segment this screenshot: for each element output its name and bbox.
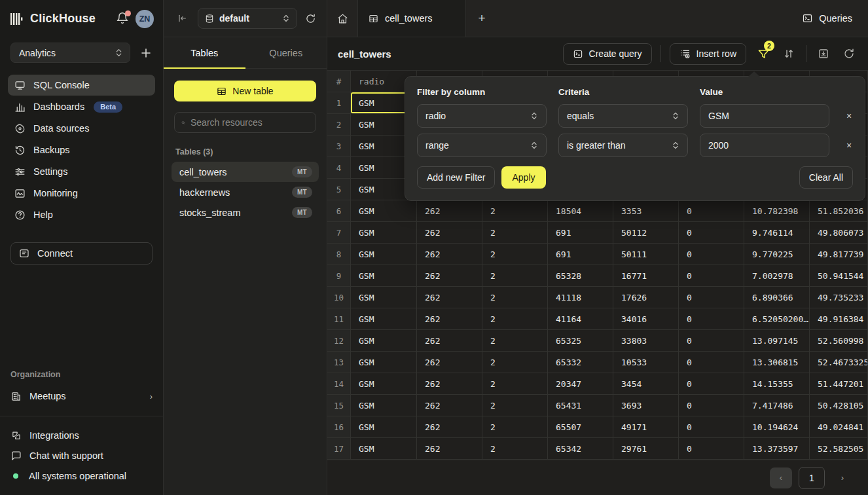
tab-tables[interactable]: Tables <box>164 37 245 68</box>
table-cell[interactable]: GSM <box>351 373 417 395</box>
table-cell[interactable]: 2 <box>482 222 548 244</box>
filter-column-select-1[interactable]: radio <box>417 104 547 128</box>
table-cell[interactable]: 262 <box>417 438 482 460</box>
table-cell[interactable]: 262 <box>417 330 482 352</box>
table-cell[interactable]: GSM <box>351 308 417 330</box>
table-cell[interactable]: 7.002978 <box>744 265 810 287</box>
table-cell[interactable]: 262 <box>417 352 482 373</box>
table-cell[interactable]: 2 <box>482 200 548 222</box>
table-cell[interactable]: GSM <box>351 244 417 265</box>
add-new-filter-button[interactable]: Add new Filter <box>417 166 495 189</box>
sort-button[interactable] <box>780 45 797 62</box>
table-cell[interactable]: 262 <box>417 200 482 222</box>
table-cell[interactable]: 9.746114 <box>744 222 810 244</box>
previous-page-button[interactable]: ‹ <box>770 468 792 488</box>
table-cell[interactable]: 0 <box>679 373 744 395</box>
table-cell[interactable]: 17626 <box>613 287 679 308</box>
database-selector[interactable]: default <box>198 8 297 29</box>
collapse-panel-button[interactable] <box>175 12 189 25</box>
table-cell[interactable]: 3454 <box>613 373 679 395</box>
tab-queries[interactable]: Queries <box>245 37 327 68</box>
table-cell[interactable]: GSM <box>351 222 417 244</box>
table-cell[interactable]: 3693 <box>613 395 679 416</box>
sidebar-item-data-sources[interactable]: Data sources <box>8 118 155 139</box>
table-cell[interactable]: 13.306815 <box>744 352 810 373</box>
clickhouse-logo[interactable]: ClickHouse <box>10 12 111 26</box>
table-cell[interactable]: 65431 <box>548 395 613 416</box>
system-status-item[interactable]: All systems operational <box>10 469 153 483</box>
table-cell[interactable]: 2 <box>482 265 548 287</box>
table-cell[interactable]: 0 <box>679 222 744 244</box>
download-button[interactable] <box>815 45 832 62</box>
table-cell[interactable]: 691 <box>548 244 613 265</box>
table-cell[interactable]: 10.194624 <box>744 416 810 438</box>
table-cell[interactable]: 0 <box>679 265 744 287</box>
table-cell[interactable]: 13.097145 <box>744 330 810 352</box>
table-cell[interactable]: 3353 <box>613 200 679 222</box>
table-cell[interactable]: 2 <box>482 373 548 395</box>
table-cell[interactable]: 49.916384 <box>810 308 868 330</box>
table-cell[interactable]: 2 <box>482 308 548 330</box>
filter-column-select-2[interactable]: range <box>417 134 547 157</box>
add-workspace-button[interactable] <box>139 46 153 60</box>
sidebar-item-monitoring[interactable]: Monitoring <box>8 183 155 204</box>
sidebar-item-integrations[interactable]: Integrations <box>10 428 153 443</box>
table-cell[interactable]: GSM <box>351 265 417 287</box>
table-cell[interactable]: 0 <box>679 330 744 352</box>
apply-filter-button[interactable]: Apply <box>501 166 545 189</box>
table-cell[interactable]: 49.024841 <box>810 416 868 438</box>
table-cell[interactable]: 6.890366 <box>744 287 810 308</box>
table-cell[interactable]: 262 <box>417 416 482 438</box>
refresh-table-button[interactable] <box>841 45 858 62</box>
table-cell[interactable]: GSM <box>351 287 417 308</box>
filter-value-input-1[interactable] <box>708 111 821 121</box>
table-cell[interactable]: 41164 <box>548 308 613 330</box>
table-cell[interactable]: 2 <box>482 330 548 352</box>
home-tab[interactable] <box>327 0 358 37</box>
table-cell[interactable]: 50112 <box>613 222 679 244</box>
table-cell[interactable]: 16771 <box>613 265 679 287</box>
table-cell[interactable]: 0 <box>679 438 744 460</box>
table-cell[interactable]: 2 <box>482 416 548 438</box>
filter-criteria-select-1[interactable]: equals <box>558 104 688 128</box>
table-cell[interactable]: 49171 <box>613 416 679 438</box>
table-cell[interactable]: 2 <box>482 438 548 460</box>
table-cell[interactable]: 29761 <box>613 438 679 460</box>
clear-all-filters-button[interactable]: Clear All <box>799 166 853 189</box>
sidebar-item-help[interactable]: Help <box>8 204 155 225</box>
table-cell[interactable]: GSM <box>351 416 417 438</box>
table-cell[interactable]: 49.735233 <box>810 287 868 308</box>
table-cell[interactable]: 0 <box>679 308 744 330</box>
filter-criteria-select-2[interactable]: is greater than <box>558 134 688 157</box>
tab-cell-towers[interactable]: cell_towers <box>358 0 466 37</box>
table-cell[interactable]: 0 <box>679 287 744 308</box>
table-cell[interactable]: 52.560998 <box>810 330 868 352</box>
table-cell[interactable]: 6.52050200… <box>744 308 810 330</box>
new-tab-button[interactable]: + <box>466 0 497 37</box>
table-cell[interactable]: 262 <box>417 244 482 265</box>
table-cell[interactable]: 0 <box>679 416 744 438</box>
table-cell[interactable]: 51.447201 <box>810 373 868 395</box>
table-cell[interactable]: GSM <box>351 330 417 352</box>
next-page-button[interactable]: › <box>831 468 854 488</box>
table-cell[interactable]: 2 <box>482 395 548 416</box>
table-cell[interactable]: 65328 <box>548 265 613 287</box>
search-resources-input[interactable] <box>190 117 309 128</box>
table-cell[interactable]: 262 <box>417 373 482 395</box>
table-cell[interactable]: 0 <box>679 200 744 222</box>
table-cell[interactable]: 50.428105 <box>810 395 868 416</box>
table-cell[interactable]: 41118 <box>548 287 613 308</box>
sidebar-item-sql-console[interactable]: SQL Console <box>8 75 155 96</box>
table-cell[interactable]: 34016 <box>613 308 679 330</box>
table-cell[interactable]: 2 <box>482 352 548 373</box>
table-cell[interactable]: 49.817739 <box>810 244 868 265</box>
table-cell[interactable]: 262 <box>417 265 482 287</box>
refresh-panel-button[interactable] <box>304 12 317 26</box>
table-cell[interactable]: 50.941544 <box>810 265 868 287</box>
table-cell[interactable]: 0 <box>679 352 744 373</box>
filter-button[interactable]: 2 <box>755 45 772 62</box>
insert-row-button[interactable]: Insert row <box>670 43 746 65</box>
table-cell[interactable]: 10.782398 <box>744 200 810 222</box>
table-cell[interactable]: 9.770225 <box>744 244 810 265</box>
sidebar-item-settings[interactable]: Settings <box>8 161 155 182</box>
